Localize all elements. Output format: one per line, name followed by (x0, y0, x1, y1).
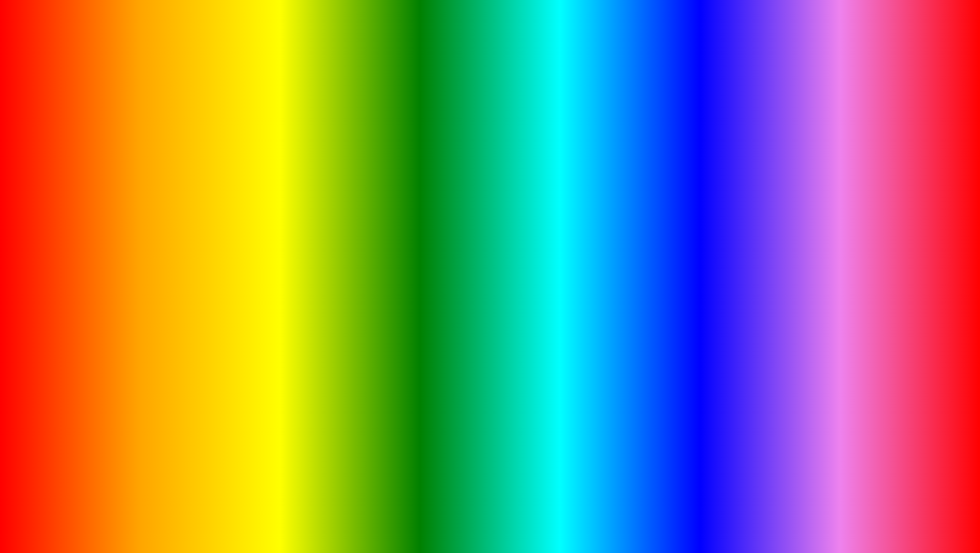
three-lines-icon: ≡ (198, 276, 202, 285)
checkbox-icon-5[interactable] (336, 237, 343, 244)
update-version: [UPDATE 4.65] (768, 267, 890, 274)
thumbs-up-icon: 👍 (768, 288, 776, 296)
minimize-button[interactable]: − (341, 140, 350, 150)
tab-shop[interactable]: Shop (366, 203, 395, 216)
checkbox-icon-3[interactable] (193, 290, 201, 297)
tab-farming[interactable]: Farming (250, 203, 287, 216)
quest-farm-header: ||-- Quest Farm --|| (336, 222, 457, 232)
checkbox-icon-1[interactable] (193, 237, 201, 244)
tab-home[interactable]: Home (188, 203, 219, 216)
nw-right-section: ||-- Quest Farm --|| Auto New World (331, 217, 462, 359)
dropdown-value: Above (176, 178, 197, 186)
tab-config[interactable]: Config (219, 203, 250, 216)
like-stat: 👍 91% (768, 288, 792, 296)
nw-tabs: Home Config Farming Stat Player Teleport… (188, 203, 462, 217)
discord-icon (446, 191, 457, 199)
update-card-info: [UPDATE 4.65] King Legacy 👍 91% 👤 39.7K (762, 262, 896, 301)
like-percent: 91% (778, 288, 792, 296)
update-game-name: King Legacy (768, 275, 890, 285)
panel-title-text: Main Setting (177, 140, 219, 149)
bottom-script-text: SCRIPT (432, 487, 586, 532)
dropdown-arrow-icon: ∨ (355, 178, 360, 186)
hash-icon: # (170, 140, 174, 149)
select-monster-bar[interactable]: ≡ Select Monster (193, 274, 325, 287)
content-panel-header: # Main Setting − ✕ (162, 134, 374, 155)
app-icon (193, 191, 202, 199)
checkbox-auto-farm-monster-no-quest: Auto Farm Select Monster (No Quest) (193, 301, 325, 308)
checkbox-icon-4[interactable] (193, 301, 201, 308)
background: ❄ Auto New World KING LEGACY King Legacy… (4, 4, 976, 549)
logo-king-text: KING (809, 209, 847, 223)
tab-stat-player[interactable]: Stat Player (286, 203, 330, 216)
auto-farm-monster-header: ||-- Auto Farm Select Monster --|| (193, 264, 325, 270)
checkbox-label-3: Auto Farm Select Monster (Quest) (205, 290, 298, 297)
tab-teleport[interactable]: Teleport (331, 203, 366, 216)
checkbox-label-1: Auto Farm Level (Quest) (205, 237, 271, 244)
main-title: KING LEGACY (4, 14, 976, 114)
tab-raid-con[interactable]: Raid & Con (394, 203, 439, 216)
nw-left-section: ||-- Main Farming --|| Auto Farm Level (… (188, 217, 331, 359)
bottom-title: UPDATE 4.6 SCRIPT PASTEBIN (4, 476, 976, 535)
update-card: 👑 KING LEGACY [UPDATE 4.65] King Legacy … (760, 149, 897, 302)
checkbox-label-5: Auto New World (347, 237, 390, 244)
checkbox-auto-new-world: Auto New World (336, 237, 457, 244)
checkbox-auto-farm-level-quest: Auto Farm Level (Quest) (193, 237, 325, 244)
bottom-update-text: UPDATE (117, 477, 328, 534)
update-card-image: 👑 KING LEGACY (762, 150, 896, 262)
nw-header-title: Windows - King Legacy [New World] (193, 191, 319, 199)
content-header-title: # Main Setting (170, 140, 219, 149)
nw-panel-header: Windows - King Legacy [New World] (188, 188, 462, 203)
sidebar-item-main-island[interactable]: Main Island (84, 220, 193, 237)
update-stats: 👍 91% 👤 39.7K (768, 288, 890, 296)
checkbox-label-4: Auto Farm Select Monster (No Quest) (205, 301, 307, 308)
sidebar-item-main-misc[interactable]: Main Misc (84, 254, 193, 270)
type-farm-label: Type Farm (170, 162, 367, 169)
divider (193, 259, 325, 260)
checkbox-label-2: Auto Farm Level (No Quest) (205, 248, 281, 255)
nw-title-text: Windows - King Legacy [New World] (205, 192, 319, 199)
player-count: 39.7K (810, 288, 827, 296)
update-card-logo: 👑 KING LEGACY (809, 179, 847, 233)
bottom-pastebin-text: PASTEBIN (602, 477, 863, 534)
checkbox-auto-farm-level-no-quest: Auto Farm Level (No Quest) (193, 248, 325, 255)
sidebar-item-main-localplayer[interactable]: Main LocalPlayer (84, 237, 193, 254)
bottom-version-text: 4.6 (343, 477, 417, 534)
select-monster-label: Select Monster (205, 277, 245, 284)
main-farming-header: ||-- Main Farming --|| (193, 222, 325, 232)
players-stat: 👤 39.7K (799, 288, 827, 296)
header-controls: − ✕ (341, 139, 367, 150)
new-world-panel: Windows - King Legacy [New World] Home C… (187, 187, 464, 360)
logo-legacy-text: LEGACY (809, 223, 847, 233)
checkbox-auto-farm-monster-quest: Auto Farm Select Monster (Quest) (193, 290, 325, 297)
checkbox-icon-2[interactable] (193, 248, 201, 255)
nw-body: ||-- Main Farming --|| Auto Farm Level (… (188, 217, 462, 359)
close-button[interactable]: ✕ (355, 139, 367, 150)
crown-icon: 👑 (809, 179, 847, 209)
player-count-icon: 👤 (799, 288, 808, 296)
sidebar-item-main-item2[interactable]: Main Item 2 (84, 203, 193, 220)
